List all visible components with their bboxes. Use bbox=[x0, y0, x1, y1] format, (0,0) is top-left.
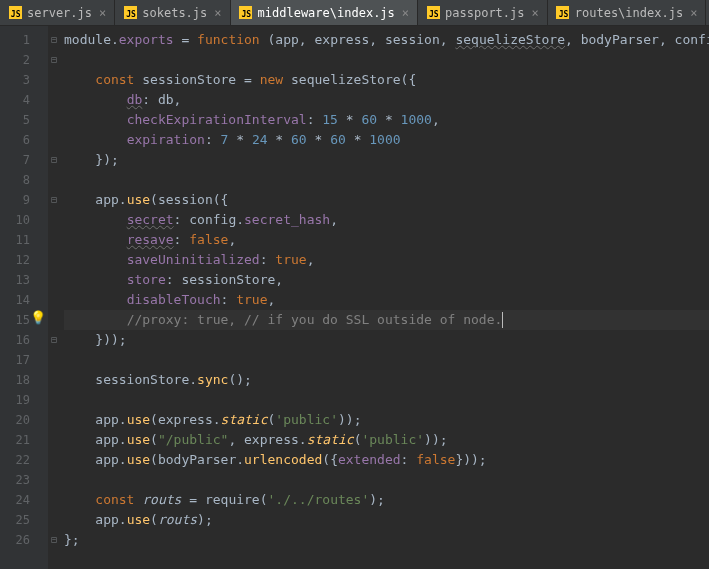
fold-marker[interactable]: ⊟ bbox=[48, 50, 60, 70]
fold-marker[interactable]: ⊟ bbox=[48, 30, 60, 50]
code-line[interactable]: }); bbox=[64, 150, 709, 170]
tab-label: routes\index.js bbox=[575, 6, 683, 20]
fold-marker[interactable] bbox=[48, 510, 60, 530]
code-line[interactable]: app.use("/public", express.static('publi… bbox=[64, 430, 709, 450]
line-number[interactable]: 16 bbox=[0, 330, 48, 350]
fold-marker[interactable] bbox=[48, 130, 60, 150]
fold-marker[interactable]: ⊟ bbox=[48, 150, 60, 170]
close-icon[interactable]: × bbox=[690, 6, 697, 20]
line-number[interactable]: 7 bbox=[0, 150, 48, 170]
editor-tabs: JSserver.js×JSsokets.js×JSmiddleware\ind… bbox=[0, 0, 709, 26]
fold-marker[interactable] bbox=[48, 250, 60, 270]
code-line[interactable]: app.use(session({ bbox=[64, 190, 709, 210]
code-line[interactable]: const sessionStore = new sequelizeStore(… bbox=[64, 70, 709, 90]
fold-marker[interactable] bbox=[48, 430, 60, 450]
code-line[interactable]: store: sessionStore, bbox=[64, 270, 709, 290]
code-area[interactable]: module.exports = function (app, express,… bbox=[60, 26, 709, 569]
code-line[interactable]: resave: false, bbox=[64, 230, 709, 250]
line-number[interactable]: 24 bbox=[0, 490, 48, 510]
tab-label: middleware\index.js bbox=[258, 6, 395, 20]
fold-marker[interactable] bbox=[48, 90, 60, 110]
fold-marker[interactable]: ⊟ bbox=[48, 190, 60, 210]
line-number[interactable]: 19 bbox=[0, 390, 48, 410]
line-number[interactable]: 14 bbox=[0, 290, 48, 310]
line-number[interactable]: 13 bbox=[0, 270, 48, 290]
tab-label: server.js bbox=[27, 6, 92, 20]
line-number[interactable]: 9 bbox=[0, 190, 48, 210]
line-number[interactable]: 20 bbox=[0, 410, 48, 430]
code-line[interactable] bbox=[64, 350, 709, 370]
js-file-icon: JS bbox=[123, 6, 137, 20]
fold-column[interactable]: 💡 ⊟⊟⊟⊟⊟⊟ bbox=[48, 26, 60, 569]
fold-marker[interactable] bbox=[48, 470, 60, 490]
fold-marker[interactable] bbox=[48, 110, 60, 130]
fold-marker[interactable] bbox=[48, 310, 60, 330]
code-line[interactable]: }; bbox=[64, 530, 709, 550]
fold-marker[interactable] bbox=[48, 70, 60, 90]
line-number[interactable]: 3 bbox=[0, 70, 48, 90]
close-icon[interactable]: × bbox=[402, 6, 409, 20]
tab-2[interactable]: JSmiddleware\index.js× bbox=[231, 0, 419, 25]
line-number[interactable]: 5 bbox=[0, 110, 48, 130]
code-line[interactable]: expiration: 7 * 24 * 60 * 60 * 1000 bbox=[64, 130, 709, 150]
code-line[interactable] bbox=[64, 390, 709, 410]
line-number[interactable]: 26 bbox=[0, 530, 48, 550]
code-line[interactable] bbox=[64, 170, 709, 190]
line-number[interactable]: 18 bbox=[0, 370, 48, 390]
js-file-icon: JS bbox=[239, 6, 253, 20]
code-line[interactable]: const routs = require('./../routes'); bbox=[64, 490, 709, 510]
line-number[interactable]: 17 bbox=[0, 350, 48, 370]
line-number[interactable]: 1 bbox=[0, 30, 48, 50]
line-number[interactable]: 8 bbox=[0, 170, 48, 190]
code-line[interactable]: app.use(express.static('public')); bbox=[64, 410, 709, 430]
close-icon[interactable]: × bbox=[99, 6, 106, 20]
editor-area: 1234567891011121314151617181920212223242… bbox=[0, 26, 709, 569]
code-line[interactable]: app.use(bodyParser.urlencoded({extended:… bbox=[64, 450, 709, 470]
code-line[interactable] bbox=[64, 470, 709, 490]
tab-1[interactable]: JSsokets.js× bbox=[115, 0, 230, 25]
fold-marker[interactable] bbox=[48, 450, 60, 470]
code-line[interactable]: module.exports = function (app, express,… bbox=[64, 30, 709, 50]
code-line[interactable]: secret: config.secret_hash, bbox=[64, 210, 709, 230]
code-line[interactable]: sessionStore.sync(); bbox=[64, 370, 709, 390]
js-file-icon: JS bbox=[426, 6, 440, 20]
close-icon[interactable]: × bbox=[214, 6, 221, 20]
lightbulb-icon[interactable]: 💡 bbox=[30, 310, 46, 325]
code-line[interactable]: app.use(routs); bbox=[64, 510, 709, 530]
fold-marker[interactable] bbox=[48, 410, 60, 430]
code-line[interactable] bbox=[64, 50, 709, 70]
tab-0[interactable]: JSserver.js× bbox=[0, 0, 115, 25]
line-gutter[interactable]: 1234567891011121314151617181920212223242… bbox=[0, 26, 48, 569]
line-number[interactable]: 22 bbox=[0, 450, 48, 470]
line-number[interactable]: 23 bbox=[0, 470, 48, 490]
code-line[interactable]: })); bbox=[64, 330, 709, 350]
line-number[interactable]: 4 bbox=[0, 90, 48, 110]
code-line[interactable]: saveUninitialized: true, bbox=[64, 250, 709, 270]
tab-4[interactable]: JSroutes\index.js× bbox=[548, 0, 707, 25]
line-number[interactable]: 6 bbox=[0, 130, 48, 150]
fold-marker[interactable] bbox=[48, 270, 60, 290]
line-number[interactable]: 25 bbox=[0, 510, 48, 530]
fold-marker[interactable]: ⊟ bbox=[48, 330, 60, 350]
tab-3[interactable]: JSpassport.js× bbox=[418, 0, 548, 25]
fold-marker[interactable] bbox=[48, 490, 60, 510]
fold-marker[interactable] bbox=[48, 370, 60, 390]
fold-marker[interactable]: ⊟ bbox=[48, 530, 60, 550]
line-number[interactable]: 12 bbox=[0, 250, 48, 270]
fold-marker[interactable] bbox=[48, 290, 60, 310]
code-line[interactable]: db: db, bbox=[64, 90, 709, 110]
fold-marker[interactable] bbox=[48, 170, 60, 190]
fold-marker[interactable] bbox=[48, 230, 60, 250]
code-line[interactable]: checkExpirationInterval: 15 * 60 * 1000, bbox=[64, 110, 709, 130]
js-file-icon: JS bbox=[8, 6, 22, 20]
fold-marker[interactable] bbox=[48, 350, 60, 370]
fold-marker[interactable] bbox=[48, 390, 60, 410]
line-number[interactable]: 2 bbox=[0, 50, 48, 70]
code-line[interactable]: //proxy: true, // if you do SSL outside … bbox=[64, 310, 709, 330]
line-number[interactable]: 10 bbox=[0, 210, 48, 230]
code-line[interactable]: disableTouch: true, bbox=[64, 290, 709, 310]
close-icon[interactable]: × bbox=[532, 6, 539, 20]
line-number[interactable]: 11 bbox=[0, 230, 48, 250]
fold-marker[interactable] bbox=[48, 210, 60, 230]
line-number[interactable]: 21 bbox=[0, 430, 48, 450]
